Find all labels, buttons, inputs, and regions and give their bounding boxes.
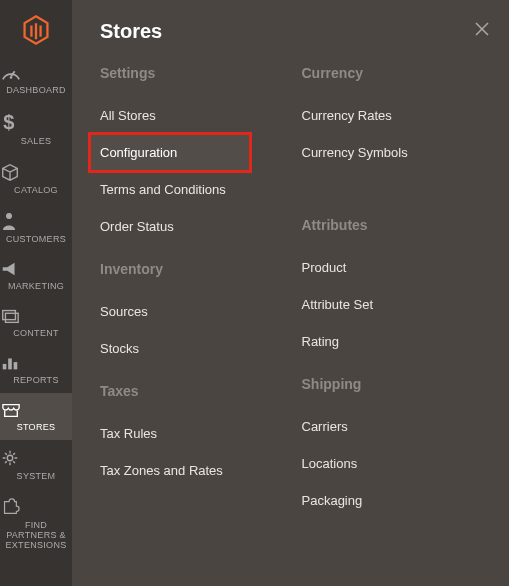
nav-find-partners[interactable]: FIND PARTNERS & EXTENSIONS [0,489,72,558]
nav-marketing[interactable]: MARKETING [0,252,72,299]
group-heading-taxes: Taxes [100,383,292,399]
menu-currency-rates[interactable]: Currency Rates [302,97,494,134]
gear-icon [0,448,72,468]
menu-configuration[interactable]: Configuration [90,134,250,171]
menu-rating[interactable]: Rating [302,323,494,360]
left-column: Settings All Stores Configuration Terms … [100,65,292,519]
nav-sales[interactable]: $ SALES [0,103,72,154]
storefront-icon [0,401,72,419]
nav-catalog[interactable]: CATALOG [0,154,72,203]
menu-terms-and-conditions[interactable]: Terms and Conditions [100,171,292,208]
svg-rect-4 [3,311,16,320]
menu-stocks[interactable]: Stocks [100,330,292,367]
menu-product[interactable]: Product [302,249,494,286]
admin-sidebar: DASHBOARD $ SALES CATALOG CUSTOMERS MARK… [0,0,72,586]
panel-title: Stores [100,20,493,43]
menu-tax-zones-and-rates[interactable]: Tax Zones and Rates [100,452,292,489]
menu-sources[interactable]: Sources [100,293,292,330]
svg-rect-8 [14,362,18,369]
svg-text:$: $ [3,111,14,133]
group-heading-currency: Currency [302,65,494,81]
nav-label: CONTENT [0,328,72,338]
nav-label: SYSTEM [0,471,72,481]
menu-order-status[interactable]: Order Status [100,208,292,245]
menu-tax-rules[interactable]: Tax Rules [100,415,292,452]
right-column: Currency Currency Rates Currency Symbols… [302,65,494,519]
menu-carriers[interactable]: Carriers [302,408,494,445]
nav-label: CUSTOMERS [0,234,72,244]
svg-point-3 [6,213,12,219]
layers-icon [0,307,72,325]
svg-point-1 [10,76,13,79]
menu-attribute-set[interactable]: Attribute Set [302,286,494,323]
svg-rect-5 [5,313,18,322]
nav-dashboard[interactable]: DASHBOARD [0,56,72,103]
svg-rect-7 [8,358,12,369]
group-heading-attributes: Attributes [302,217,494,233]
nav-reports[interactable]: REPORTS [0,346,72,393]
stores-flyout-panel: Stores Settings All Stores Configuration… [72,0,509,586]
svg-rect-6 [3,364,7,369]
magento-logo-icon [22,14,50,46]
megaphone-icon [0,260,72,278]
nav-label: DASHBOARD [0,85,72,95]
svg-point-9 [7,455,12,460]
nav-label: MARKETING [0,281,72,291]
nav-customers[interactable]: CUSTOMERS [0,203,72,252]
nav-system[interactable]: SYSTEM [0,440,72,489]
menu-packaging[interactable]: Packaging [302,482,494,519]
nav-label: SALES [0,136,72,146]
nav-label: STORES [0,422,72,432]
puzzle-icon [0,497,72,517]
dollar-icon: $ [0,111,72,133]
group-heading-shipping: Shipping [302,376,494,392]
nav-content[interactable]: CONTENT [0,299,72,346]
nav-label: CATALOG [0,185,72,195]
bar-chart-icon [0,354,72,372]
close-icon[interactable] [473,20,491,38]
gauge-icon [0,64,72,82]
box-icon [0,162,72,182]
menu-currency-symbols[interactable]: Currency Symbols [302,134,494,171]
group-heading-inventory: Inventory [100,261,292,277]
nav-label: FIND PARTNERS & EXTENSIONS [0,520,72,550]
nav-label: REPORTS [0,375,72,385]
person-icon [0,211,72,231]
menu-locations[interactable]: Locations [302,445,494,482]
menu-all-stores[interactable]: All Stores [100,97,292,134]
nav-stores[interactable]: STORES [0,393,72,440]
group-heading-settings: Settings [100,65,292,81]
